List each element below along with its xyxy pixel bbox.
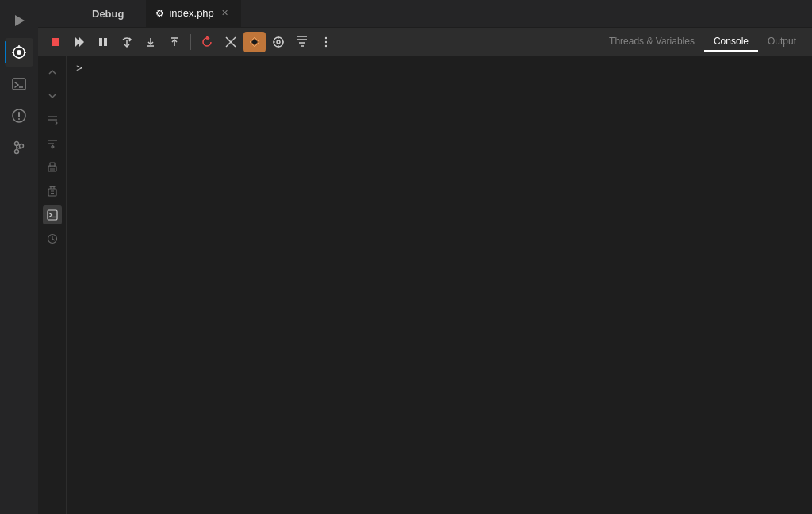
target-button[interactable]	[267, 32, 289, 52]
tab-file-icon: ⚙	[155, 8, 164, 19]
step-out-button[interactable]	[163, 32, 186, 52]
content-area: >	[38, 56, 812, 514]
toolbar: Threads & Variables Console Output	[38, 28, 812, 56]
edit-breakpoints-button[interactable]	[220, 32, 242, 52]
svg-rect-20	[104, 38, 107, 46]
restart-button[interactable]	[196, 32, 218, 52]
console-prompt-line: >	[76, 63, 802, 75]
more-button[interactable]	[315, 32, 337, 52]
filter-down-icon[interactable]	[43, 134, 62, 153]
tab-bar: Debug ⚙ index.php ✕	[38, 0, 812, 28]
step-over-button[interactable]	[116, 32, 138, 52]
tab-index-php[interactable]: ⚙ index.php ✕	[146, 0, 240, 28]
svg-rect-53	[48, 189, 56, 196]
history-icon[interactable]	[43, 229, 62, 248]
scroll-down-icon[interactable]	[43, 86, 62, 105]
svg-line-63	[52, 239, 55, 240]
activity-bar	[0, 0, 38, 514]
console-panel[interactable]: >	[67, 56, 812, 514]
svg-point-2	[17, 50, 21, 55]
svg-marker-18	[79, 37, 84, 47]
pause-button[interactable]	[92, 32, 114, 52]
toolbar-tabs: Threads & Variables Console Output	[599, 33, 806, 52]
filter-button[interactable]	[291, 32, 313, 52]
scroll-up-icon[interactable]	[43, 63, 62, 82]
main-content: Debug ⚙ index.php ✕	[38, 0, 812, 514]
terminal-panel-icon[interactable]	[43, 205, 62, 224]
tab-group-label: Debug	[86, 0, 130, 28]
step-into-button[interactable]	[140, 32, 162, 52]
activity-item-debug[interactable]	[5, 38, 33, 67]
svg-point-32	[277, 40, 280, 44]
svg-point-14	[15, 150, 19, 154]
breakpoint-special-button[interactable]	[243, 32, 266, 52]
tab-label: index.php	[169, 7, 213, 19]
svg-rect-16	[52, 38, 59, 46]
stop-button[interactable]	[44, 32, 67, 52]
svg-point-43	[325, 44, 327, 46]
toolbar-separator-1	[190, 34, 191, 50]
svg-point-13	[20, 144, 24, 148]
tab-console[interactable]: Console	[704, 33, 758, 52]
activity-item-git[interactable]	[5, 133, 33, 162]
tab-close-button[interactable]: ✕	[219, 7, 232, 20]
prompt-symbol: >	[76, 63, 82, 75]
svg-rect-7	[13, 79, 25, 90]
activity-item-problems[interactable]	[5, 102, 33, 130]
clear-console-icon[interactable]	[43, 182, 62, 201]
tab-output[interactable]: Output	[758, 33, 806, 52]
svg-marker-0	[15, 15, 25, 26]
svg-point-42	[325, 40, 327, 42]
tab-threads-variables[interactable]: Threads & Variables	[599, 33, 704, 52]
print-icon[interactable]	[43, 158, 62, 177]
activity-item-terminal[interactable]	[5, 70, 33, 98]
svg-point-11	[18, 118, 20, 120]
activity-item-run[interactable]	[5, 6, 33, 35]
word-wrap-icon[interactable]	[43, 110, 62, 129]
continue-button[interactable]	[68, 32, 90, 52]
svg-rect-19	[99, 38, 102, 46]
svg-point-41	[325, 36, 327, 38]
svg-point-12	[15, 142, 19, 146]
console-sidebar	[38, 56, 67, 514]
